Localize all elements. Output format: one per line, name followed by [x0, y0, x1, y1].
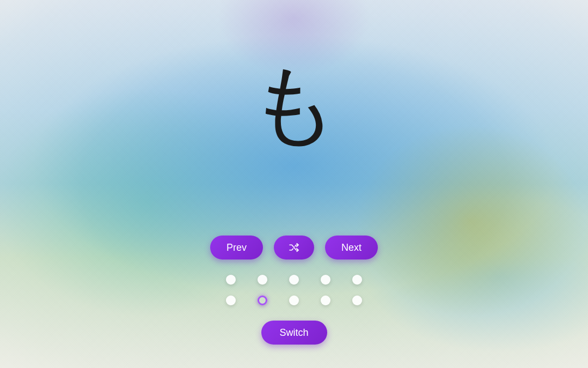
pagination-dot[interactable] — [226, 295, 236, 305]
pagination-dot[interactable] — [352, 275, 362, 285]
switch-button[interactable]: Switch — [261, 321, 327, 345]
pagination-dot[interactable] — [258, 295, 267, 305]
pagination-dot[interactable] — [321, 275, 330, 285]
kana-character-display: も — [249, 60, 339, 147]
shuffle-icon — [289, 243, 299, 252]
pagination-dots — [226, 272, 362, 309]
controls-panel: Prev Next — [210, 236, 378, 345]
prev-button[interactable]: Prev — [210, 236, 263, 260]
pagination-row-1 — [226, 275, 362, 285]
pagination-dot[interactable] — [226, 275, 236, 285]
pagination-dot[interactable] — [321, 295, 330, 305]
pagination-dot[interactable] — [352, 295, 362, 305]
pagination-dot[interactable] — [289, 275, 299, 285]
pagination-row-2 — [226, 295, 362, 305]
next-button[interactable]: Next — [325, 236, 378, 260]
main-container: も Prev Next — [0, 0, 588, 368]
pagination-dot[interactable] — [258, 275, 267, 285]
pagination-dot[interactable] — [289, 295, 299, 305]
navigation-button-row: Prev Next — [210, 236, 378, 260]
shuffle-button[interactable] — [274, 236, 314, 260]
